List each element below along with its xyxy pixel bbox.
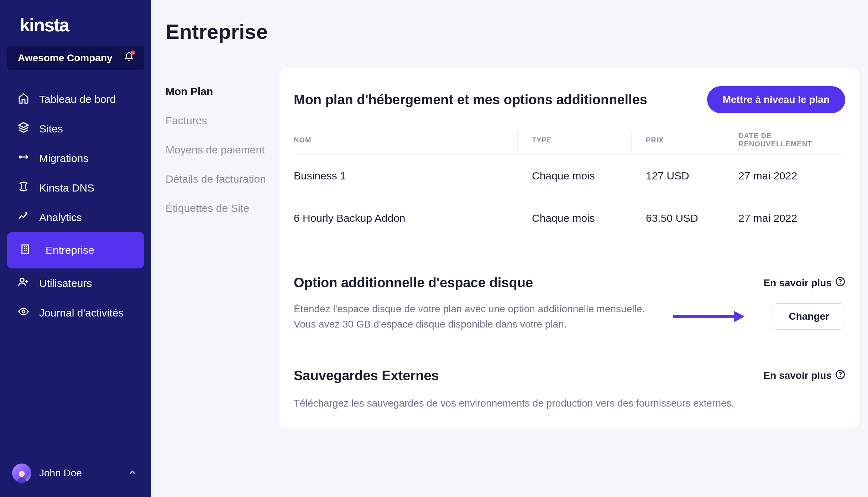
- learn-more-backup[interactable]: En savoir plus: [764, 370, 845, 382]
- eye-icon: [18, 306, 29, 320]
- svg-point-2: [20, 278, 24, 282]
- sidebar-item-users[interactable]: Utilisateurs: [7, 268, 144, 298]
- notification-indicator: [131, 51, 135, 55]
- sidebar-item-dns[interactable]: Kinsta DNS: [7, 173, 144, 203]
- upgrade-plan-button[interactable]: Mettre à niveau le plan: [707, 86, 845, 113]
- plan-table: NOM TYPE PRIX DATE DE RENOUVELLEMENT Bus…: [294, 125, 845, 239]
- sidebar-item-analytics[interactable]: Analytics: [7, 203, 144, 232]
- col-price: PRIX: [632, 130, 724, 151]
- page-title: Entreprise: [166, 20, 861, 43]
- user-menu[interactable]: John Doe: [0, 453, 151, 497]
- disk-desc: Étendez l'espace disque de votre plan av…: [294, 301, 645, 332]
- subnav-item-site-labels[interactable]: Étiquettes de Site: [166, 194, 279, 223]
- notifications-bell-icon[interactable]: [124, 52, 134, 64]
- sidebar-item-label: Entreprise: [46, 244, 94, 256]
- disk-section: Option additionnelle d'espace disque En …: [279, 257, 859, 350]
- svg-point-6: [840, 283, 840, 284]
- home-icon: [18, 92, 29, 106]
- table-row: Business 1 Chaque mois 127 USD 27 mai 20…: [294, 155, 845, 197]
- plan-section: Mon plan d'hébergement et mes options ad…: [279, 68, 859, 257]
- chevron-up-icon: [128, 468, 137, 478]
- sidebar-item-label: Journal d'activités: [39, 307, 124, 319]
- help-circle-icon: [835, 277, 845, 289]
- sidebar-item-label: Utilisateurs: [39, 277, 92, 289]
- cell-renew: 27 mai 2022: [724, 212, 845, 224]
- plan-table-header: NOM TYPE PRIX DATE DE RENOUVELLEMENT: [294, 125, 845, 155]
- svg-point-10: [840, 376, 840, 377]
- sidebar-item-label: Migrations: [39, 152, 88, 164]
- cell-type: Chaque mois: [518, 170, 632, 182]
- col-name: NOM: [294, 130, 518, 151]
- backup-desc: Téléchargez les sauvegardes de vos envir…: [294, 396, 734, 411]
- svg-point-4: [19, 471, 25, 477]
- sidebar: kinsta Awesome Company Tableau de bord S…: [0, 0, 151, 497]
- layers-icon: [18, 122, 29, 136]
- learn-more-label: En savoir plus: [764, 277, 832, 289]
- help-circle-icon: [835, 370, 845, 382]
- logo[interactable]: kinsta: [0, 14, 151, 43]
- cell-name: 6 Hourly Backup Addon: [294, 212, 518, 224]
- col-type: TYPE: [518, 130, 632, 151]
- svg-point-0: [19, 156, 21, 158]
- primary-nav: Tableau de bord Sites Migrations Kinsta …: [0, 84, 151, 453]
- col-renew: DATE DE RENOUVELLEMENT: [724, 125, 845, 155]
- sidebar-item-dashboard[interactable]: Tableau de bord: [7, 84, 144, 114]
- change-disk-button[interactable]: Changer: [773, 303, 845, 330]
- sidebar-item-entreprise[interactable]: Entreprise: [7, 232, 144, 268]
- sidebar-item-label: Tableau de bord: [39, 93, 116, 105]
- subnav-item-plan[interactable]: Mon Plan: [166, 77, 279, 106]
- arrow-right-icon: [673, 309, 744, 324]
- cell-renew: 27 mai 2022: [724, 170, 845, 182]
- disk-section-title: Option additionnelle d'espace disque: [294, 275, 533, 291]
- svg-rect-1: [22, 245, 29, 253]
- sidebar-item-label: Analytics: [39, 211, 82, 224]
- dns-icon: [18, 181, 29, 195]
- sidebar-item-activity[interactable]: Journal d'activités: [7, 298, 144, 328]
- subnav-item-payment-methods[interactable]: Moyens de paiement: [166, 135, 279, 164]
- subnav: Mon Plan Factures Moyens de paiement Dét…: [166, 65, 279, 497]
- cell-price: 127 USD: [632, 170, 724, 182]
- backup-section: Sauvegardes Externes En savoir plus Télé…: [279, 350, 859, 429]
- user-plus-icon: [18, 276, 29, 290]
- cell-price: 63.50 USD: [632, 212, 724, 224]
- subnav-item-billing-details[interactable]: Détails de facturation: [166, 164, 279, 194]
- building-icon: [15, 240, 36, 261]
- svg-marker-8: [734, 311, 744, 322]
- sidebar-item-migrations[interactable]: Migrations: [7, 143, 144, 173]
- content: Entreprise Mon Plan Factures Moyens de p…: [151, 0, 868, 497]
- learn-more-label: En savoir plus: [764, 370, 832, 381]
- user-name: John Doe: [39, 467, 120, 479]
- backup-section-title: Sauvegardes Externes: [294, 368, 439, 383]
- svg-point-3: [22, 310, 25, 313]
- brand-text: kinsta: [20, 15, 69, 35]
- table-row: 6 Hourly Backup Addon Chaque mois 63.50 …: [294, 197, 845, 239]
- sidebar-item-sites[interactable]: Sites: [7, 114, 144, 143]
- cell-type: Chaque mois: [518, 212, 632, 224]
- sidebar-item-label: Kinsta DNS: [39, 182, 94, 194]
- migrate-icon: [18, 151, 29, 165]
- avatar: [12, 464, 31, 483]
- cell-name: Business 1: [294, 170, 518, 182]
- company-name: Awesome Company: [18, 52, 113, 64]
- analytics-icon: [18, 210, 29, 224]
- sidebar-item-label: Sites: [39, 123, 63, 135]
- plan-card: Mon plan d'hébergement et mes options ad…: [279, 68, 859, 429]
- learn-more-disk[interactable]: En savoir plus: [764, 277, 845, 289]
- subnav-item-invoices[interactable]: Factures: [166, 106, 279, 135]
- plan-section-title: Mon plan d'hébergement et mes options ad…: [294, 92, 647, 108]
- company-selector[interactable]: Awesome Company: [7, 46, 144, 70]
